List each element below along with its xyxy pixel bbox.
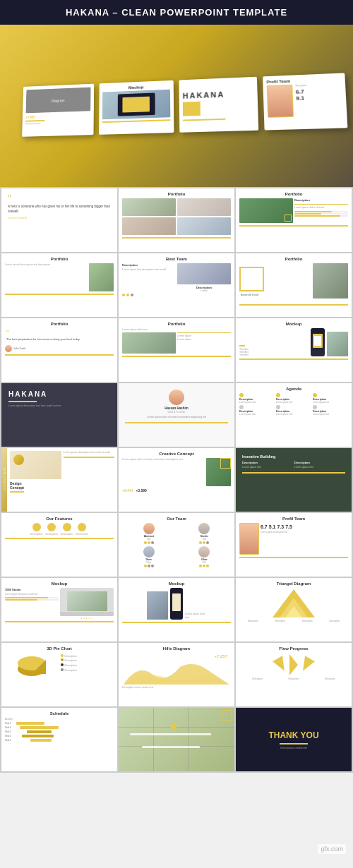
thank-you-text: THANK YOU [268, 730, 318, 740]
slide-mockup-phone: Mockup Lorem ipsum desc text [119, 578, 234, 641]
slide-triangle-diagram: Triangel Diagram Description Description… [236, 578, 352, 641]
page-header: HAKANA – CLEAN POWERPOINT TEMPLATE [0, 0, 353, 25]
slide-hills-diagram: Hills Diagram +7.257 Description lorem i… [119, 643, 234, 706]
slide-map [119, 708, 234, 771]
hills-stat: +7.257 [214, 654, 227, 658]
stat-2: +3.590 [136, 488, 146, 493]
watermark: gfx.com [318, 844, 346, 854]
slide-profile: Hassan Hashim CEO & Founder Lorem ipsum … [119, 383, 234, 447]
slide-best-team: Best Team Description Lorem ipsum text d… [119, 253, 234, 317]
slide-mockup-1: Mockup Timeline Timeline Timeline [236, 318, 352, 382]
innovative-title: Inovative Building [242, 454, 345, 459]
slide-portfolio-2: Portfolio Description Lorem ipsum dolor … [236, 188, 352, 252]
quote-text: A hero is someone who has given his or h… [8, 204, 111, 214]
slide-portfolio-1: Portfolio [119, 188, 234, 252]
slide-agenda: Agenda Description Lorem ipsum text Desc… [236, 383, 352, 447]
slide-pie-chart: 3D Pie Chart Description Description Des… [1, 643, 117, 706]
slide-portfolio-3: Portfolio Lorem lorem lorem ipsum text d… [1, 253, 117, 317]
slide-thank-you: THANK YOU lorem ipsum contact info [236, 708, 352, 771]
slide-quote: " A hero is someone who has given his or… [1, 188, 117, 252]
slide-portfolio-6: Portfolio Lorem ipsum dolor text Lorem i… [119, 318, 234, 382]
slide-mockup-laptop: Mockup 1080 Studio Lorem ipsum descripti… [1, 578, 117, 641]
hero-section: Diagram +7.987 Description lorem Mockup … [0, 25, 353, 187]
slide-innovative-building: Inovative Building Description Lorem ips… [236, 448, 352, 512]
stat-1: +6.441 [122, 488, 133, 493]
hero-slide-3: HAKANA [179, 76, 259, 132]
slide-profil-team: Profil Team 6.7 5.1 7.3 7.5 Lorem ipsum … [236, 513, 352, 577]
slide-design-concept: NEW CONCEPT Design Concept Lorem ipsum d… [1, 448, 117, 512]
header-title: HAKANA – CLEAN POWERPOINT TEMPLATE [66, 7, 287, 18]
slides-grid: " A hero is someone who has given his or… [0, 187, 353, 773]
slide-portfolio-4: Portfolio Amanda Knott [236, 253, 352, 317]
slide-flow-progress: Flow Progress Description Description De… [236, 643, 352, 706]
hakana-label: HAKANA [8, 390, 110, 398]
hero-slide-4: Profil Team Description 6.7 9.1 [263, 73, 347, 130]
slide-portfolio-5: Portfolio " The best preparation for tom… [1, 318, 117, 382]
slide-our-features: Our Features Description Description Des… [1, 513, 117, 577]
hero-slide-1: Diagram +7.987 Description lorem [22, 83, 94, 136]
slide-hakana-dark: HAKANA Lorem ipsum description text here… [1, 383, 117, 447]
quote-author: Joseph Campbell [8, 217, 111, 219]
slide-our-team: Our Team Abstract Title Studio Title [119, 513, 234, 577]
slide-creative-concept: Creative Concept Lorem ipsum dolor sit a… [119, 448, 234, 512]
portfolio-quote: The best preparation for tomorrow is doi… [6, 337, 112, 342]
profile-name: Hassan Hashim [164, 406, 189, 410]
slide-schedule: Schedule Activity Task 1 Task 2 Task 3 [1, 708, 117, 771]
hero-slide-2: Mockup [99, 80, 174, 134]
